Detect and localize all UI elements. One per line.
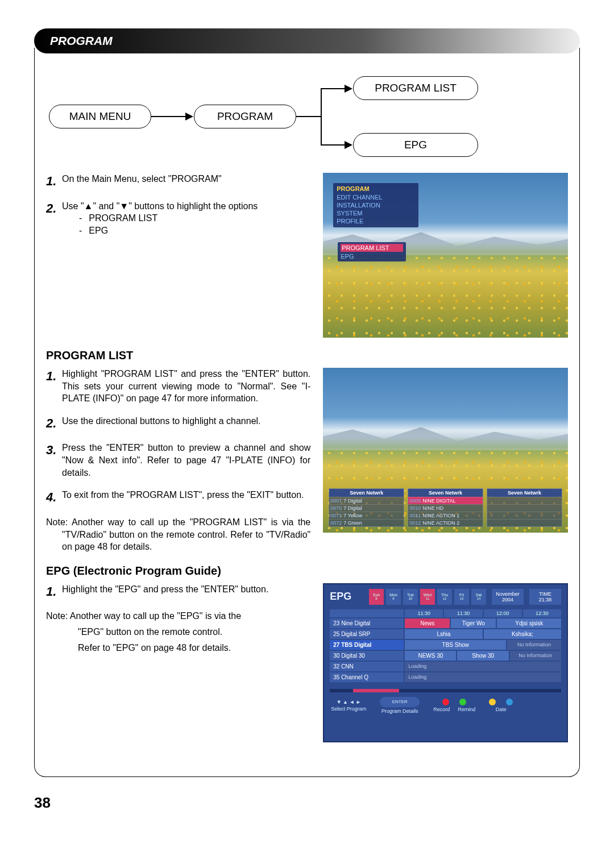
- epg-day-selector: Sun8 Mon9 Tue10 Wed11 Thu12 Fri13 Sat14: [369, 589, 486, 605]
- epg-note-2: "EPG" button on the remote control.: [46, 626, 310, 638]
- nav-arrows-icon: ▼ ▲ ◄ ►: [337, 699, 361, 705]
- flow-diagram: MAIN MENU PROGRAM PROGRAM LIST EPG: [46, 70, 568, 161]
- screenshot-program-list: Seven Netwrk 00077 Digital 00707 Digital…: [323, 368, 568, 533]
- section-program-list: 1.Highlight "PROGRAM LIST" and press the…: [46, 368, 568, 553]
- arrow-line: [151, 116, 185, 117]
- step-1: 1.On the Main Menu, select "PROGRAM": [46, 173, 310, 190]
- yellow-dot-icon: [489, 699, 496, 705]
- pl-step-2: 2.Use the directional buttons to highlig…: [46, 415, 310, 432]
- red-dot-icon: [442, 699, 449, 705]
- node-program: PROGRAM: [194, 105, 296, 128]
- arrow-line: [321, 88, 322, 145]
- arrow-head: [345, 141, 352, 149]
- plist-col-3: Seven Netwrk: [487, 488, 562, 527]
- plist-col-1: Seven Netwrk 00077 Digital 00707 Digital…: [329, 488, 404, 527]
- section-program-intro: 1.On the Main Menu, select "PROGRAM" 2. …: [46, 173, 568, 338]
- arrow-head: [345, 85, 352, 93]
- content-area: MAIN MENU PROGRAM PROGRAM LIST EPG 1.On …: [34, 48, 580, 777]
- heading-epg: EPG (Electronic Program Guide): [46, 564, 568, 578]
- node-epg: EPG: [353, 133, 478, 157]
- page-number: 38: [34, 794, 580, 812]
- epg-step-1: 1.Highlight the "EPG" and press the "ENT…: [46, 583, 310, 600]
- section-epg: 1.Highlight the "EPG" and press the "ENT…: [46, 583, 568, 742]
- epg-clock: TIME21:38: [529, 589, 561, 605]
- arrow-head: [185, 113, 193, 121]
- pl-note: Note: Another way to call up the "PROGRA…: [46, 516, 310, 553]
- pl-step-4: 4.To exit from the "PROGRAM LIST", press…: [46, 489, 310, 506]
- epg-note-3: Refer to "EPG" on page 48 for details.: [46, 642, 310, 654]
- node-main-menu: MAIN MENU: [49, 105, 151, 128]
- epg-note-1: Note: Another way to call up the "EPG" i…: [46, 610, 310, 622]
- pl-step-3: 3.Press the "ENTER" button to preview a …: [46, 442, 310, 479]
- epg-month: November2004: [492, 589, 524, 605]
- node-program-list: PROGRAM LIST: [353, 76, 478, 100]
- arrow-line: [321, 88, 345, 89]
- section-title: PROGRAM: [50, 34, 113, 48]
- section-header: PROGRAM: [34, 28, 580, 53]
- epg-scroll: [330, 689, 561, 692]
- enter-icon: ENTER: [380, 697, 420, 707]
- arrow-line: [296, 116, 322, 117]
- green-dot-icon: [459, 699, 466, 705]
- screenshot-epg: EPG Sun8 Mon9 Tue10 Wed11 Thu12 Fri13 Sa…: [323, 583, 568, 742]
- osd-sub-menu: PROGRAM LIST EPG: [338, 242, 406, 261]
- pl-step-1: 1.Highlight "PROGRAM LIST" and press the…: [46, 368, 310, 405]
- blue-dot-icon: [506, 699, 513, 705]
- arrow-line: [321, 144, 345, 146]
- epg-title: EPG: [330, 591, 351, 603]
- osd-main-menu: PROGRAM EDIT CHANNEL INSTALLATION SYSTEM…: [333, 183, 418, 227]
- epg-footer: ▼ ▲ ◄ ►Select Program ENTERProgram Detai…: [324, 692, 567, 719]
- heading-program-list: PROGRAM LIST: [46, 349, 568, 362]
- step-2: 2. Use "▲" and "▼" buttons to highlight …: [46, 200, 310, 237]
- plist-col-2: Seven Netwrk 0009NINE DIGITAL 0010NINE H…: [408, 488, 483, 527]
- screenshot-program-menu: PROGRAM EDIT CHANNEL INSTALLATION SYSTEM…: [323, 173, 568, 338]
